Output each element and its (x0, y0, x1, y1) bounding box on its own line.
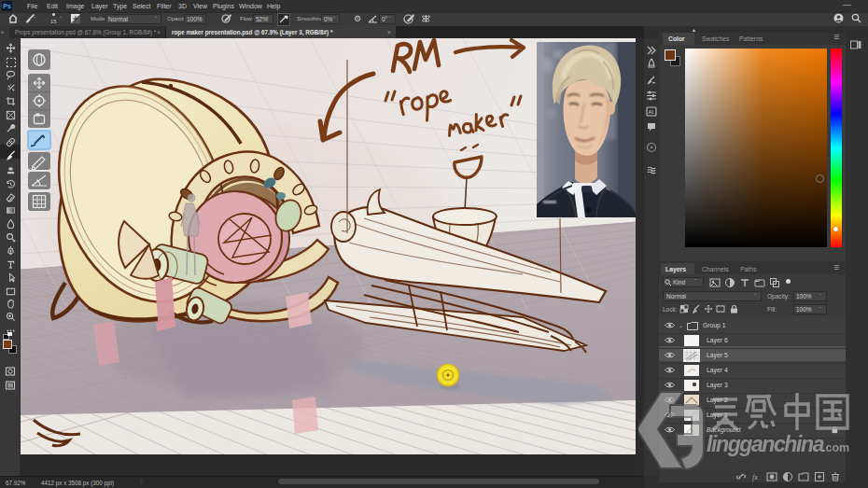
svg-text:Al: Al (649, 109, 653, 115)
svg-text:.com: .com (822, 441, 849, 454)
svg-text:lingganchina: lingganchina (707, 432, 825, 456)
